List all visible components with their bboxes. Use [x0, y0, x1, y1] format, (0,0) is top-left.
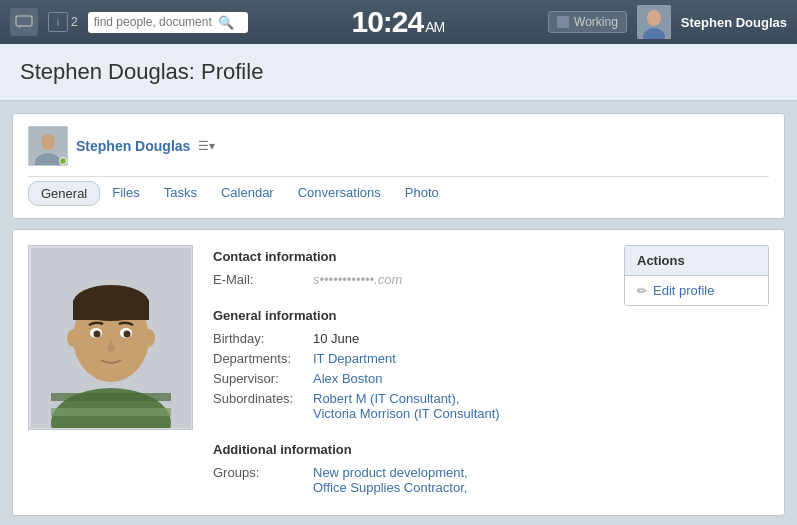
groups-row: Groups: New product development, Office … — [213, 465, 609, 495]
birthday-label: Birthday: — [213, 331, 313, 346]
groups-label: Groups: — [213, 465, 313, 495]
svg-point-17 — [67, 329, 79, 347]
actions-header: Actions — [625, 246, 768, 276]
info-icon: i — [48, 12, 68, 32]
tab-general[interactable]: General — [28, 181, 100, 206]
user-avatar — [637, 5, 671, 39]
departments-row: Departments: IT Department — [213, 351, 609, 366]
subordinate1-value[interactable]: Robert M (IT Consultant), — [313, 391, 500, 406]
search-box[interactable]: 🔍 — [88, 12, 248, 33]
departments-value[interactable]: IT Department — [313, 351, 396, 366]
departments-label: Departments: — [213, 351, 313, 366]
supervisor-label: Supervisor: — [213, 371, 313, 386]
profile-details: Contact information E-Mail: s•••••••••••… — [213, 245, 609, 500]
status-indicator — [557, 16, 569, 28]
actions-box: Actions ✏ Edit profile — [624, 245, 769, 306]
svg-rect-19 — [51, 393, 171, 401]
additional-info-title: Additional information — [213, 442, 609, 457]
subordinates-row: Subordinates: Robert M (IT Consultant), … — [213, 391, 609, 421]
svg-point-5 — [41, 134, 55, 150]
status-button[interactable]: Working — [548, 11, 627, 33]
birthday-row: Birthday: 10 June — [213, 331, 609, 346]
clock-display: 10:24AM — [258, 5, 538, 39]
email-label: E-Mail: — [213, 272, 313, 287]
svg-point-15 — [93, 330, 100, 337]
edit-profile-label: Edit profile — [653, 283, 714, 298]
svg-rect-12 — [73, 300, 149, 320]
page-title: Stephen Douglas: Profile — [20, 59, 777, 85]
email-value: s••••••••••••.com — [313, 272, 402, 287]
tab-photo[interactable]: Photo — [393, 181, 451, 206]
profile-photo-section — [28, 245, 198, 500]
profile-small-avatar — [28, 126, 68, 166]
status-label: Working — [574, 15, 618, 29]
chat-icon[interactable] — [10, 8, 38, 36]
profile-body: Contact information E-Mail: s•••••••••••… — [12, 229, 785, 516]
search-icon: 🔍 — [218, 15, 234, 30]
subordinate2-value[interactable]: Victoria Morrison (IT Consultant) — [313, 406, 500, 421]
birthday-value: 10 June — [313, 331, 359, 346]
online-indicator — [59, 157, 67, 165]
content-area: Stephen Douglas ☰▾ General Files Tasks C… — [0, 101, 797, 525]
profile-main-photo — [28, 245, 193, 430]
email-row: E-Mail: s••••••••••••.com — [213, 272, 609, 287]
group2-value[interactable]: Office Supplies Contractor, — [313, 480, 468, 495]
page-header: Stephen Douglas: Profile — [0, 44, 797, 101]
tab-calendar[interactable]: Calendar — [209, 181, 286, 206]
supervisor-row: Supervisor: Alex Boston — [213, 371, 609, 386]
tab-conversations[interactable]: Conversations — [286, 181, 393, 206]
svg-point-18 — [143, 329, 155, 347]
profile-menu-icon[interactable]: ☰▾ — [198, 139, 215, 153]
subordinates-label: Subordinates: — [213, 391, 313, 421]
supervisor-value[interactable]: Alex Boston — [313, 371, 382, 386]
edit-icon: ✏ — [637, 284, 647, 298]
topbar-username: Stephen Douglas — [681, 15, 787, 30]
profile-name-link[interactable]: Stephen Douglas — [76, 138, 190, 154]
actions-panel: Actions ✏ Edit profile — [624, 245, 769, 500]
edit-profile-button[interactable]: ✏ Edit profile — [625, 276, 768, 305]
profile-card-header: Stephen Douglas ☰▾ — [28, 126, 769, 166]
tab-files[interactable]: Files — [100, 181, 151, 206]
notification-badge[interactable]: i 2 — [48, 12, 78, 32]
topbar: i 2 🔍 10:24AM Working Stephen Douglas — [0, 0, 797, 44]
svg-point-16 — [123, 330, 130, 337]
profile-tabs: General Files Tasks Calendar Conversatio… — [28, 176, 769, 206]
profile-card-header-section: Stephen Douglas ☰▾ General Files Tasks C… — [12, 113, 785, 219]
svg-rect-20 — [51, 408, 171, 416]
group1-value[interactable]: New product development, — [313, 465, 468, 480]
tab-tasks[interactable]: Tasks — [152, 181, 209, 206]
contact-info-title: Contact information — [213, 249, 609, 264]
svg-rect-0 — [16, 16, 32, 26]
search-input[interactable] — [94, 15, 214, 29]
svg-point-2 — [647, 10, 661, 26]
notification-count: 2 — [71, 15, 78, 29]
general-info-title: General information — [213, 308, 609, 323]
